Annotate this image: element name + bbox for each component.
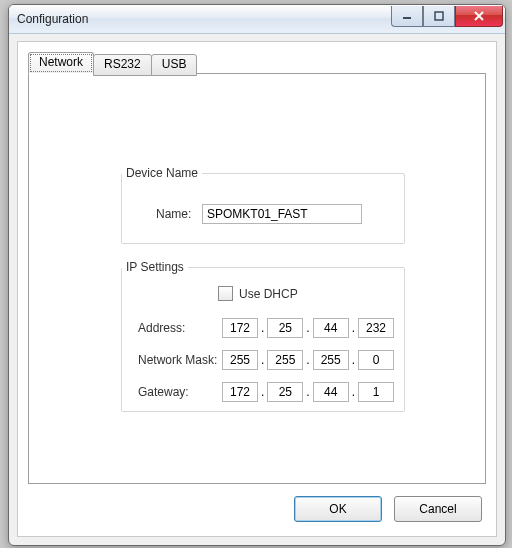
address-octet-2[interactable] [267,318,303,338]
tab-strip: Network RS232 USB [28,52,196,74]
name-input[interactable] [202,204,362,224]
dot: . [349,353,358,367]
ip-settings-legend: IP Settings [122,260,188,274]
close-button[interactable] [455,6,503,27]
address-octet-1[interactable] [222,318,258,338]
tab-usb[interactable]: USB [151,54,198,76]
ok-button[interactable]: OK [294,496,382,522]
dot: . [349,385,358,399]
gateway-label: Gateway: [138,385,222,399]
gateway-octet-1[interactable] [222,382,258,402]
use-dhcp-label: Use DHCP [239,287,298,301]
tab-network[interactable]: Network [28,52,94,74]
tab-label: USB [162,57,187,71]
mask-octet-2[interactable] [267,350,303,370]
maximize-icon [434,11,444,21]
gateway-octet-2[interactable] [267,382,303,402]
maximize-button[interactable] [423,6,455,27]
dot: . [303,321,312,335]
tab-label: RS232 [104,57,141,71]
device-name-group: Device Name Name: [121,166,405,244]
gateway-octet-3[interactable] [313,382,349,402]
gateway-octet-4[interactable] [358,382,394,402]
mask-octet-1[interactable] [222,350,258,370]
dot: . [258,321,267,335]
ip-settings-group: IP Settings Use DHCP Address: . . . Netw… [121,260,405,412]
name-label: Name: [156,207,202,221]
client-area: Network RS232 USB Device Name Name: IP S… [17,41,497,537]
dot: . [258,353,267,367]
titlebar: Configuration [9,5,505,34]
cancel-button[interactable]: Cancel [394,496,482,522]
address-octet-3[interactable] [313,318,349,338]
mask-octet-4[interactable] [358,350,394,370]
mask-octet-3[interactable] [313,350,349,370]
minimize-icon [402,11,412,21]
use-dhcp-checkbox[interactable] [218,286,233,301]
dot: . [349,321,358,335]
tab-label: Network [39,55,83,69]
svg-rect-1 [435,12,443,20]
window-title: Configuration [17,12,391,26]
window-buttons [391,6,503,26]
tab-page-network: Device Name Name: IP Settings Use DHCP A… [28,73,486,484]
dialog-button-bar: OK Cancel [294,496,482,522]
configuration-window: Configuration Network RS232 USB Device N… [8,4,506,546]
minimize-button[interactable] [391,6,423,27]
mask-label: Network Mask: [138,353,222,367]
device-name-legend: Device Name [122,166,202,180]
dot: . [303,385,312,399]
tab-rs232[interactable]: RS232 [93,54,152,76]
address-label: Address: [138,321,222,335]
address-octet-4[interactable] [358,318,394,338]
dot: . [258,385,267,399]
close-icon [473,11,485,21]
dot: . [303,353,312,367]
